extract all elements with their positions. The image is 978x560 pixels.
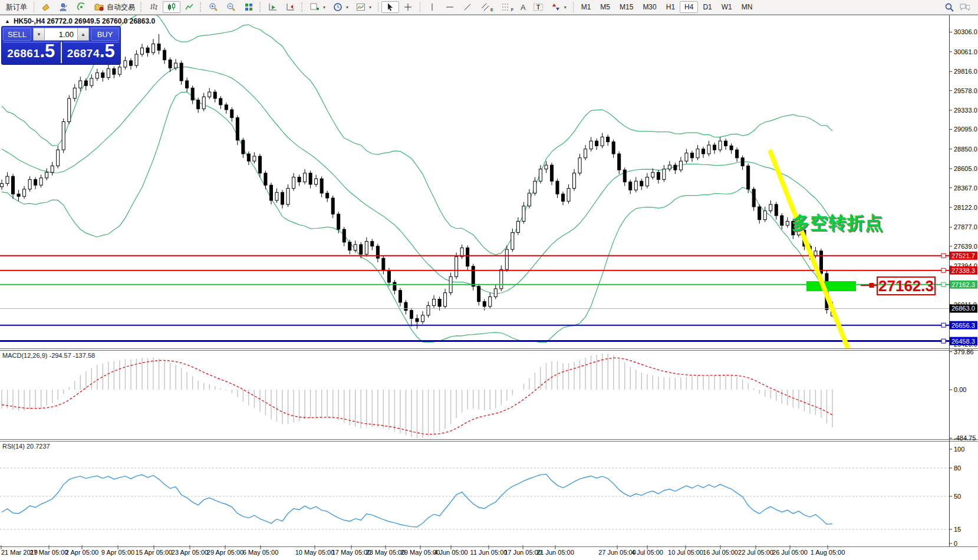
svg-text:23 May 05:00: 23 May 05:00 (366, 549, 406, 556)
svg-text:6 May 05:00: 6 May 05:00 (243, 549, 279, 556)
rsi-indicator-label: RSI(14) 20.7237 (2, 443, 50, 450)
arrows-tool[interactable]: ▾ (547, 1, 570, 13)
one-click-trade-panel: SELL ▼ 1.00 ▲ BUY 26861 .5 26874 .5 (1, 26, 121, 65)
main-toolbar: 新订单 自动交易 (0, 0, 978, 15)
svg-text:28367.0: 28367.0 (954, 185, 977, 192)
svg-text:26458.3: 26458.3 (951, 338, 975, 345)
tf-m5[interactable]: M5 (595, 1, 615, 13)
cursor-tool[interactable] (381, 1, 399, 13)
buy-price: 26874 (67, 47, 100, 60)
volume-increase-button[interactable]: ▲ (77, 28, 89, 41)
svg-text:15 Apr 05:00: 15 Apr 05:00 (136, 549, 172, 556)
bar-chart-icon[interactable] (145, 1, 163, 13)
equidistant-channel-tool[interactable]: E (476, 1, 497, 13)
svg-text:29578.0: 29578.0 (954, 87, 977, 94)
svg-text:29 Apr 05:00: 29 Apr 05:00 (207, 549, 243, 556)
svg-text:4 Jun 05:00: 4 Jun 05:00 (434, 549, 468, 556)
tile-windows-icon[interactable] (240, 1, 258, 13)
vertical-line-tool[interactable] (423, 1, 441, 13)
chart-shift-icon[interactable] (282, 1, 299, 13)
zoom-in-icon[interactable] (205, 1, 222, 13)
svg-text:50: 50 (954, 493, 961, 500)
label-tool[interactable]: T (529, 1, 547, 13)
sell-button[interactable]: SELL (3, 28, 31, 41)
radar-icon[interactable] (73, 1, 90, 13)
price-callout-box[interactable]: 27162.3 (877, 276, 936, 295)
tf-d1[interactable]: D1 (698, 1, 716, 13)
cursor-icon (385, 2, 396, 12)
line-chart-icon[interactable] (180, 1, 198, 13)
dropdown-arrow-icon: ▾ (369, 5, 371, 10)
svg-text:10 Jul 05:00: 10 Jul 05:00 (668, 549, 703, 556)
autotrading-button[interactable]: 自动交易 (90, 1, 139, 13)
volume-decrease-button[interactable]: ▼ (33, 28, 45, 41)
crosshair-icon (403, 2, 413, 12)
templates-button[interactable]: ▾ (352, 1, 375, 13)
user-chart-icon[interactable] (55, 1, 73, 13)
svg-text:26656.3: 26656.3 (951, 322, 975, 329)
auto-scroll-icon[interactable] (264, 1, 282, 13)
new-order-label: 新订单 (6, 2, 27, 12)
buy-price-button[interactable]: 26874 .5 (63, 42, 120, 63)
svg-text:9 Apr 05:00: 9 Apr 05:00 (101, 549, 134, 556)
indicators-icon (309, 2, 320, 12)
svg-text:80: 80 (954, 465, 961, 472)
periods-button[interactable]: ▾ (329, 1, 352, 13)
zoom-out-icon[interactable] (222, 1, 240, 13)
svg-text:-484.75: -484.75 (954, 434, 976, 442)
tf-m15[interactable]: M15 (615, 1, 638, 13)
indicators-add-button[interactable]: ▾ (306, 1, 329, 13)
gold-badge-icon[interactable] (37, 1, 55, 13)
fibonacci-icon (500, 2, 511, 12)
label-icon: T (533, 2, 544, 12)
svg-text:27877.0: 27877.0 (954, 223, 977, 230)
horizontal-line-tool[interactable] (441, 1, 459, 13)
volume-control: ▼ 1.00 ▲ (33, 28, 89, 41)
trendline-tool[interactable] (459, 1, 476, 13)
svg-text:11 Jun 05:00: 11 Jun 05:00 (470, 549, 508, 556)
tf-mn[interactable]: MN (737, 1, 758, 13)
sell-price-frac: .5 (39, 44, 55, 59)
svg-text:T: T (536, 4, 540, 11)
svg-text:0.00: 0.00 (954, 386, 966, 393)
tf-h1[interactable]: H1 (661, 1, 680, 13)
crosshair-tool[interactable] (399, 1, 417, 13)
collapse-arrow-icon[interactable]: ▲ (5, 18, 10, 24)
svg-text:16 Jul 05:00: 16 Jul 05:00 (703, 549, 738, 556)
chat-icon[interactable] (959, 2, 970, 12)
search-icon[interactable] (944, 2, 954, 12)
macd-indicator-label: MACD(12,26,9) -294.57 -137.58 (2, 352, 95, 359)
tf-m1[interactable]: M1 (577, 1, 596, 13)
new-order-button[interactable]: 新订单 (2, 1, 31, 13)
template-icon (355, 2, 366, 12)
svg-text:29816.0: 29816.0 (954, 68, 977, 75)
svg-text:27162.3: 27162.3 (951, 281, 975, 288)
autotrading-label: 自动交易 (107, 2, 135, 12)
svg-text:10 May 05:00: 10 May 05:00 (295, 549, 335, 556)
candlestick-chart-icon[interactable] (163, 1, 180, 13)
vertical-line-icon (427, 2, 437, 12)
volume-field[interactable]: 1.00 (45, 28, 77, 41)
channel-icon (480, 2, 490, 12)
svg-text:26 Jul 05:00: 26 Jul 05:00 (772, 549, 808, 556)
buy-price-frac: .5 (100, 44, 115, 59)
svg-text:28122.0: 28122.0 (954, 204, 977, 211)
svg-text:1 Aug 05:00: 1 Aug 05:00 (811, 549, 845, 556)
svg-text:30306.0: 30306.0 (954, 28, 977, 35)
svg-text:27521.7: 27521.7 (951, 252, 975, 259)
tf-w1[interactable]: W1 (717, 1, 737, 13)
svg-text:379.86: 379.86 (954, 348, 974, 355)
chart-surface[interactable]: 30306.030061.029816.029578.029333.029095… (0, 0, 978, 560)
svg-text:29095.0: 29095.0 (954, 126, 977, 133)
dropdown-arrow-icon: ▾ (323, 5, 325, 10)
tf-m30[interactable]: M30 (638, 1, 661, 13)
text-tool[interactable]: A (517, 1, 529, 13)
tf-h4[interactable]: H4 (680, 1, 698, 13)
sell-price-button[interactable]: 26861 .5 (3, 42, 60, 63)
buy-button[interactable]: BUY (91, 28, 119, 41)
arrows-icon (551, 2, 561, 12)
svg-text:29333.0: 29333.0 (954, 107, 977, 114)
svg-text:2 Apr 05:00: 2 Apr 05:00 (65, 549, 98, 556)
turning-point-annotation[interactable]: 多空转折点 (792, 211, 883, 235)
fibonacci-tool[interactable]: F (497, 1, 517, 13)
